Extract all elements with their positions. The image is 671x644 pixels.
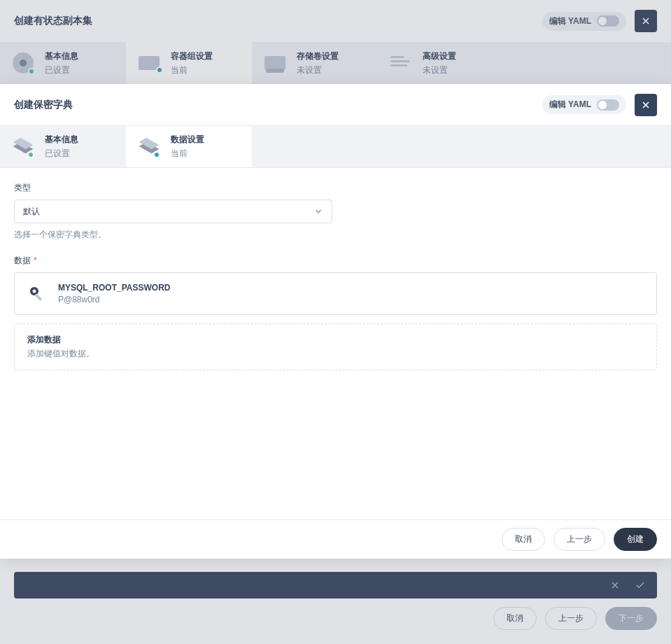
- chevron-down-icon: [313, 206, 323, 216]
- modal-tab-title: 基本信息: [45, 134, 78, 146]
- modal-tab-subtitle: 当前: [171, 148, 204, 160]
- modal-yaml-toggle[interactable]: 编辑 YAML: [542, 95, 626, 114]
- modal-footer: 取消 上一步 创建: [0, 519, 671, 559]
- key-icon: [27, 284, 47, 304]
- close-icon: [640, 99, 651, 111]
- svg-point-1: [33, 289, 36, 293]
- data-item-value: P@88w0rd: [58, 295, 170, 304]
- modal-prev-button[interactable]: 上一步: [553, 528, 605, 551]
- modal-tab-data[interactable]: 数据设置 当前: [126, 126, 252, 167]
- create-secret-modal: 创建保密字典 编辑 YAML 基本信息 已设置: [0, 84, 671, 559]
- add-data-hint: 添加键值对数据。: [27, 348, 644, 360]
- modal-title: 创建保密字典: [14, 99, 73, 111]
- add-data-button[interactable]: 添加数据 添加键值对数据。: [14, 323, 657, 370]
- modal-tab-title: 数据设置: [171, 134, 204, 146]
- type-value: 默认: [23, 206, 40, 218]
- modal-create-button[interactable]: 创建: [614, 528, 657, 551]
- modal-close-button[interactable]: [635, 94, 657, 116]
- modal-header: 创建保密字典 编辑 YAML: [0, 84, 671, 126]
- type-label: 类型: [14, 182, 657, 194]
- modal-tabs: 基本信息 已设置 数据设置 当前: [0, 126, 671, 168]
- data-item-key: MYSQL_ROOT_PASSWORD: [58, 283, 170, 293]
- data-item[interactable]: MYSQL_ROOT_PASSWORD P@88w0rd: [14, 272, 657, 315]
- type-select[interactable]: 默认: [14, 200, 332, 223]
- modal-yaml-label: 编辑 YAML: [549, 99, 591, 111]
- step-icon: [136, 134, 162, 160]
- type-hint: 选择一个保密字典类型。: [14, 229, 657, 241]
- svg-rect-2: [34, 293, 42, 301]
- modal-tab-basic[interactable]: 基本信息 已设置: [0, 126, 126, 167]
- modal-cancel-button[interactable]: 取消: [502, 528, 545, 551]
- step-icon: [10, 134, 36, 160]
- modal-body: 类型 默认 选择一个保密字典类型。 数据* MYSQL_ROOT_PASSWOR…: [0, 168, 671, 519]
- modal-tab-subtitle: 已设置: [45, 148, 78, 160]
- data-label: 数据*: [14, 255, 657, 267]
- add-data-title: 添加数据: [27, 334, 644, 346]
- toggle-switch-icon: [597, 99, 619, 111]
